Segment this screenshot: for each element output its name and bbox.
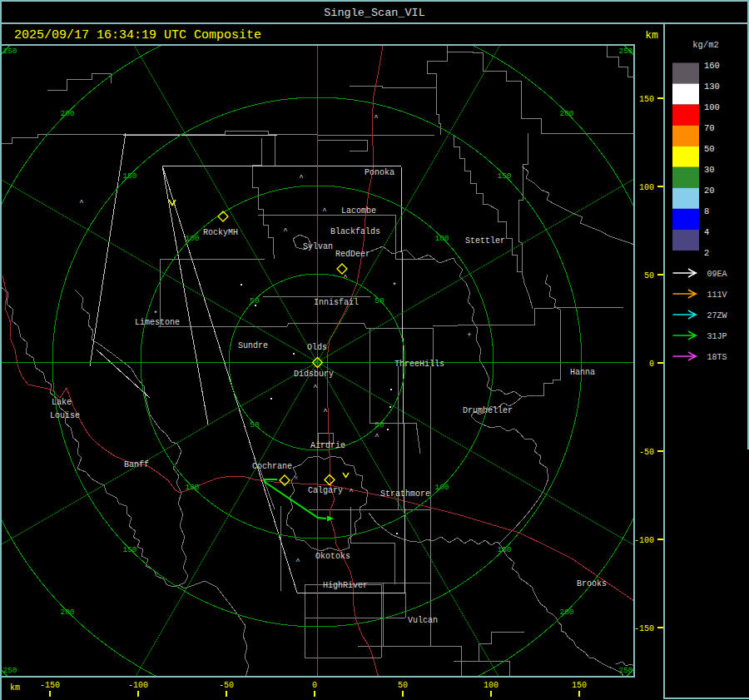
svg-text:-150: -150 [634,624,654,633]
svg-text:Brooks: Brooks [577,579,607,588]
svg-text:Sundre: Sundre [238,341,268,350]
svg-text:Vulcan: Vulcan [408,616,438,625]
svg-text:Airdrie: Airdrie [310,441,345,450]
svg-text:160: 160 [704,61,720,71]
svg-text:-100: -100 [634,536,654,545]
svg-text:-50: -50 [219,681,234,690]
svg-text:^: ^ [299,174,303,182]
svg-text:20: 20 [704,186,715,196]
svg-text:Lake: Lake [52,398,72,407]
svg-text:100: 100 [484,681,499,690]
svg-text:-100: -100 [128,681,148,690]
svg-text:50: 50 [704,144,715,154]
svg-text:31JP: 31JP [707,332,727,341]
svg-text:200: 200 [60,109,74,118]
svg-text:Lacombe: Lacombe [341,206,376,216]
svg-text:150: 150 [639,95,654,104]
svg-text:Louise: Louise [50,411,80,420]
svg-text:Didsbury: Didsbury [294,370,334,379]
svg-text:50: 50 [250,420,260,429]
svg-text:2025/09/17 16:34:19 UTC Compos: 2025/09/17 16:34:19 UTC Composite [14,28,261,42]
svg-text:Hanna: Hanna [570,368,595,377]
svg-text:^: ^ [323,408,327,416]
svg-text:100: 100 [704,102,720,112]
svg-text:^: ^ [295,558,300,566]
svg-text:50: 50 [374,296,384,305]
svg-text:150: 150 [122,545,136,554]
svg-text:200: 200 [60,608,74,617]
svg-text:Drumheller: Drumheller [463,406,513,415]
svg-text:50: 50 [374,420,384,429]
svg-text:Banff: Banff [124,460,149,469]
svg-text:50: 50 [398,681,408,690]
svg-text:Okotoks: Okotoks [315,552,350,561]
svg-text:x: x [295,474,299,481]
svg-text:Ponoka: Ponoka [365,168,394,177]
svg-text:50: 50 [250,296,260,305]
svg-text:^: ^ [79,199,83,207]
svg-text:kg/m2: kg/m2 [692,40,719,50]
svg-text:^: ^ [343,274,347,282]
svg-text:Stettler: Stettler [465,236,505,246]
svg-text:200: 200 [559,109,573,118]
svg-text:Innisfail: Innisfail [314,298,359,307]
svg-text:250: 250 [2,47,17,56]
svg-text:111V: 111V [707,290,727,300]
svg-text:*: * [153,310,157,319]
svg-text:150: 150 [572,681,587,690]
svg-text:RockyMH: RockyMH [203,228,238,237]
svg-text:250: 250 [618,47,632,56]
svg-text:^: ^ [322,207,326,216]
svg-text:100: 100 [434,234,449,243]
svg-text:HighRiver: HighRiver [323,581,368,590]
svg-text:09EA: 09EA [707,270,727,279]
svg-text:70: 70 [704,123,715,133]
svg-text:Olds: Olds [307,343,327,352]
svg-text:50: 50 [644,271,654,280]
svg-text:2: 2 [704,248,709,258]
svg-text:18TS: 18TS [707,353,727,362]
svg-text:ThreeHills: ThreeHills [394,360,444,369]
svg-text:*: * [392,282,396,290]
svg-text:-150: -150 [40,681,60,690]
svg-text:Cochrane: Cochrane [252,462,292,471]
svg-text:Single_Scan_VIL: Single_Scan_VIL [324,7,425,19]
svg-text:4: 4 [704,227,709,237]
svg-text:100: 100 [185,234,199,243]
svg-text:Calgary: Calgary [308,486,343,495]
svg-text:250: 250 [618,666,632,675]
svg-text:0: 0 [312,681,317,690]
svg-text:200: 200 [559,608,573,617]
svg-text:0: 0 [649,360,654,369]
svg-text:100: 100 [185,483,199,492]
svg-text:RedDeer: RedDeer [335,250,370,259]
svg-text:250: 250 [2,666,17,675]
svg-text:Strathmore: Strathmore [380,489,430,499]
svg-text:100: 100 [639,183,654,192]
svg-text:150: 150 [122,171,136,181]
svg-text:-50: -50 [639,448,654,457]
svg-text:27ZW: 27ZW [707,311,727,320]
svg-text:+: + [467,331,471,340]
svg-text:km: km [10,683,20,693]
svg-text:8: 8 [704,206,709,216]
svg-text:150: 150 [497,171,511,181]
svg-text:100: 100 [434,483,449,492]
svg-text:^: ^ [283,227,287,236]
svg-text:Blackfalds: Blackfalds [330,227,380,236]
svg-text:^: ^ [313,384,317,392]
svg-text:^: ^ [374,433,379,441]
svg-text:30: 30 [704,165,715,175]
svg-text:Limestone: Limestone [135,318,180,327]
svg-text:km: km [645,29,658,42]
svg-text:130: 130 [704,82,720,92]
svg-text:^: ^ [374,114,378,122]
svg-text:^: ^ [349,488,353,496]
svg-text:150: 150 [497,545,511,554]
svg-text:Sylvan: Sylvan [303,242,333,251]
